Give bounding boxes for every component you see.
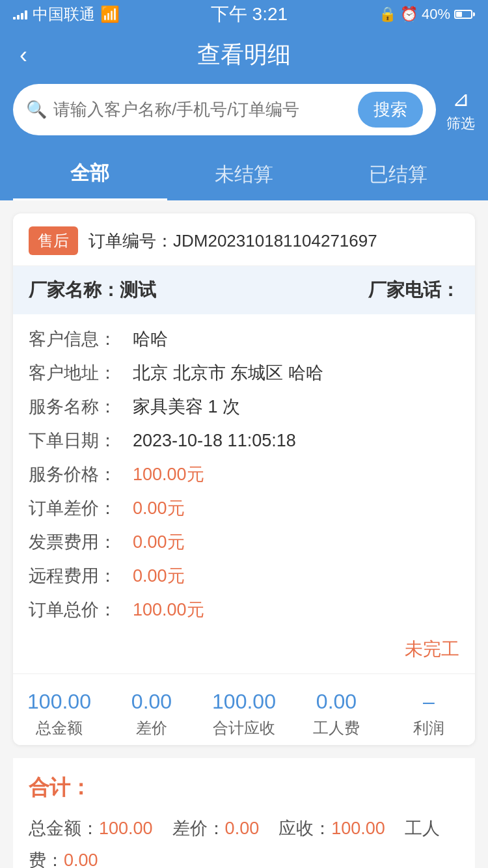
order-status-badge: 未完工 [405,637,459,662]
order-number-label: 订单编号： [88,231,173,251]
detail-row-service-name: 服务名称： 家具美容 1 次 [29,390,459,424]
status-bar: 中国联通 📶 下午 3:21 🔒 ⏰ 40% [0,0,488,29]
order-card: 售后 订单编号：JDM202310181104271697 厂家名称：测试 厂家… [13,213,475,745]
status-right: 🔒 ⏰ 40% [379,6,475,23]
summary-diff-label: 差价 [105,718,198,739]
detail-row-customer-address: 客户地址： 北京 北京市 东城区 哈哈 [29,356,459,390]
summary-diff-number: 0.00 [105,690,198,714]
totals-diff-label: 差价： [172,819,225,838]
status-left: 中国联通 📶 [13,4,120,25]
summary-numbers-row: 100.00 总金额 0.00 差价 100.00 合计应收 0.00 工人费 … [13,673,475,745]
summary-worker-number: 0.00 [290,690,383,714]
back-button[interactable]: ‹ [13,39,34,72]
tab-settled[interactable]: 已结算 [321,150,475,200]
order-number-text: 订单编号：JDM202310181104271697 [88,230,377,252]
manufacturer-row: 厂家名称：测试 厂家电话： [13,266,475,314]
header-title-row: ‹ 查看明细 [13,39,475,71]
detail-rows: 客户信息： 哈哈 客户地址： 北京 北京市 东城区 哈哈 服务名称： 家具美容 … [13,314,475,637]
alarm-icon: ⏰ [400,6,418,23]
search-row: 🔍 搜索 ⊿ 筛选 [13,84,475,135]
filter-icon: ⊿ [452,87,470,111]
manufacturer-phone: 厂家电话： [368,278,459,303]
summary-receivable-label: 合计应收 [198,718,290,739]
order-status-row: 未完工 [13,637,475,673]
lock-icon: 🔒 [379,6,396,23]
battery-icon [454,10,475,19]
totals-title: 合计： [29,774,459,802]
summary-col-profit: – 利润 [383,690,475,739]
tab-all[interactable]: 全部 [13,148,167,200]
totals-section: 合计： 总金额：100.00 差价：0.00 应收：100.00 工人费：0.0… [13,758,475,868]
detail-row-order-diff: 订单差价： 0.00元 [29,491,459,525]
totals-total-label: 总金额： [29,819,99,838]
search-input[interactable] [53,100,351,120]
wifi-icon: 📶 [100,5,120,23]
totals-total-value: 100.00 [99,819,153,838]
summary-col-receivable: 100.00 合计应收 [198,690,290,739]
search-button[interactable]: 搜索 [358,92,423,128]
detail-row-remote-fee: 远程费用： 0.00元 [29,559,459,593]
summary-worker-label: 工人费 [290,718,383,739]
manufacturer-name: 厂家名称：测试 [29,278,156,303]
detail-row-invoice-fee: 发票费用： 0.00元 [29,525,459,559]
totals-receivable-label: 应收： [278,819,331,838]
summary-profit-number: – [383,690,475,714]
summary-total-label: 总金额 [13,718,105,739]
tabs-bar: 全部 未结算 已结算 [13,148,475,200]
detail-row-service-price: 服务价格： 100.00元 [29,457,459,491]
summary-receivable-number: 100.00 [198,690,290,714]
summary-total-number: 100.00 [13,690,105,714]
battery-label: 40% [422,6,450,23]
totals-line1: 总金额：100.00 差价：0.00 应收：100.00 工人费：0.00 [29,813,459,868]
filter-button[interactable]: ⊿ 筛选 [446,87,475,133]
totals-receivable-value: 100.00 [331,819,385,838]
summary-col-total: 100.00 总金额 [13,690,105,739]
detail-row-total-price: 订单总价： 100.00元 [29,593,459,627]
page-title: 查看明细 [197,39,291,71]
totals-diff-value: 0.00 [225,819,260,838]
tab-unsettled[interactable]: 未结算 [167,150,321,200]
detail-row-order-date: 下单日期： 2023-10-18 11:05:18 [29,424,459,457]
after-sale-tag: 售后 [29,226,78,255]
filter-label: 筛选 [446,114,475,133]
summary-col-diff: 0.00 差价 [105,690,198,739]
summary-col-worker: 0.00 工人费 [290,690,383,739]
content: 售后 订单编号：JDM202310181104271697 厂家名称：测试 厂家… [0,200,488,868]
search-box: 🔍 搜索 [13,84,436,135]
totals-worker-value: 0.00 [64,850,98,868]
order-number-value: JDM202310181104271697 [173,231,377,251]
summary-profit-label: 利润 [383,718,475,739]
search-icon: 🔍 [26,100,47,120]
detail-row-customer-info: 客户信息： 哈哈 [29,322,459,356]
signal-icon [13,9,27,20]
time-label: 下午 3:21 [211,2,288,27]
carrier-label: 中国联通 [33,4,95,25]
header: ‹ 查看明细 🔍 搜索 ⊿ 筛选 全部 未结算 已结算 [0,29,488,200]
order-header-row: 售后 订单编号：JDM202310181104271697 [13,213,475,266]
